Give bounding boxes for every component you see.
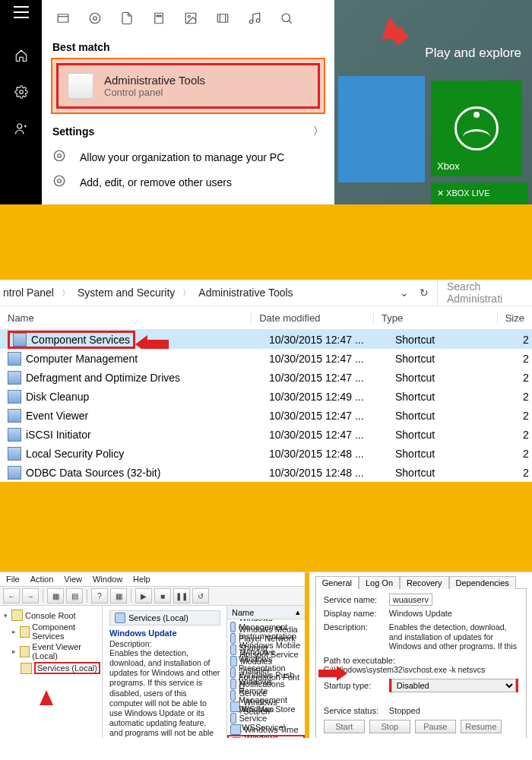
tree-root[interactable]: ▾Console Root: [2, 609, 100, 622]
file-list: Component Services10/30/2015 12:47 ...Sh…: [0, 330, 532, 482]
settings-gear-icon[interactable]: [14, 85, 28, 99]
red-arrow-annotation: [372, 15, 410, 53]
stop-button[interactable]: Stop: [369, 720, 410, 733]
service-row[interactable]: Windows Store Service (WSService): [227, 712, 305, 724]
filter-apps-icon[interactable]: [55, 11, 71, 26]
pause-button[interactable]: Pause: [415, 720, 456, 733]
start-params-note: You can specify the start parameters tha…: [324, 736, 518, 738]
list-header[interactable]: Name▴: [227, 606, 305, 619]
xbox-label: Xbox: [437, 160, 460, 172]
menu-file[interactable]: File: [6, 575, 20, 584]
tab-recovery[interactable]: Recovery: [400, 576, 448, 589]
file-row[interactable]: Component Services10/30/2015 12:47 ...Sh…: [0, 330, 532, 349]
col-date[interactable]: Date modified: [251, 312, 373, 324]
play-button[interactable]: ▶: [135, 588, 152, 603]
service-name-value[interactable]: wuauserv: [389, 594, 432, 606]
start-button[interactable]: Start: [324, 720, 365, 733]
file-row[interactable]: iSCSI Initiator10/30/2015 12:47 ...Short…: [0, 425, 532, 444]
xbox-tile[interactable]: Xbox: [431, 81, 522, 176]
filter-documents-icon[interactable]: [119, 11, 135, 26]
left-rail: [0, 0, 42, 204]
services-pane: Services (Local) Windows Update Descript…: [103, 606, 305, 738]
xbox-live-tile[interactable]: ✕ XBOX LIVE: [431, 182, 528, 204]
breadcrumb-item[interactable]: ntrol Panel: [0, 287, 57, 299]
menu-help[interactable]: Help: [133, 575, 150, 584]
file-row[interactable]: Defragment and Optimize Drives10/30/2015…: [0, 368, 532, 387]
file-row[interactable]: Local Security Policy10/30/2015 12:48 ..…: [0, 444, 532, 463]
stop-button[interactable]: ■: [154, 588, 171, 603]
svg-point-14: [54, 150, 65, 161]
up-button[interactable]: ▦: [47, 588, 64, 603]
filter-settings-icon[interactable]: [87, 11, 103, 26]
red-arrow-annotation: [318, 670, 337, 677]
breadcrumb-item[interactable]: System and Security: [74, 287, 178, 299]
tree-node[interactable]: ▸Component Services: [2, 622, 100, 641]
search-input[interactable]: Search Administrati: [437, 280, 529, 306]
menu-view[interactable]: View: [64, 575, 82, 584]
red-arrow-annotation: [40, 690, 53, 705]
mmc-window: File Action View Window Help ← → ▦ ▤ ? ▦…: [0, 572, 305, 738]
services-list: Name▴ Windows Management Instrumentation…: [226, 606, 305, 738]
props-button[interactable]: ▤: [66, 588, 83, 603]
sort-icon: ▴: [296, 607, 300, 617]
home-icon[interactable]: [14, 49, 28, 62]
back-button[interactable]: ←: [3, 588, 20, 603]
service-icon: [230, 713, 236, 724]
menu-window[interactable]: Window: [93, 575, 122, 584]
svg-point-10: [249, 20, 253, 24]
explorer-window: ntrol Panel 〉 System and Security 〉 Admi…: [0, 280, 532, 482]
hamburger-icon[interactable]: [14, 6, 29, 18]
settings-label: Settings: [52, 125, 94, 138]
filter-music-icon[interactable]: [247, 11, 262, 26]
best-match-header: Best match: [42, 36, 334, 56]
svg-rect-9: [217, 14, 228, 23]
service-icon: [232, 737, 242, 739]
tab-general[interactable]: General: [315, 576, 359, 589]
result-title: Administrative Tools: [104, 74, 205, 87]
file-row[interactable]: Disk Cleanup10/30/2015 12:49 ...Shortcut…: [0, 387, 532, 406]
settings-section[interactable]: Settings 〉: [42, 119, 334, 144]
svg-point-4: [90, 13, 100, 24]
col-type[interactable]: Type: [373, 312, 497, 324]
service-row[interactable]: Windows Update: [227, 735, 305, 738]
restart-button[interactable]: ↺: [192, 588, 209, 603]
menu-action[interactable]: Action: [30, 575, 54, 584]
general-tab-panel: Service name:wuauserv Display name:Windo…: [315, 588, 527, 738]
col-size[interactable]: Size: [497, 312, 532, 324]
search-results-panel: Best match Administrative Tools Control …: [42, 0, 334, 204]
refresh-icon[interactable]: ↻: [417, 286, 431, 299]
tree-node-services[interactable]: Services (Local): [2, 661, 100, 675]
filter-videos-icon[interactable]: [215, 11, 230, 26]
display-name-label: Display name:: [324, 609, 389, 618]
svg-point-3: [93, 17, 97, 21]
col-name[interactable]: Name: [0, 312, 251, 324]
best-match-result[interactable]: Administrative Tools Control panel: [56, 63, 320, 109]
resume-button[interactable]: Resume: [461, 720, 502, 733]
chevron-right-icon: 〉: [313, 125, 324, 138]
services-local-header: Services (Local): [109, 610, 220, 625]
startup-type-select[interactable]: Disabled: [391, 679, 516, 692]
best-match-highlight: Administrative Tools Control panel: [51, 58, 325, 114]
tree-node[interactable]: ▸Event Viewer (Local): [2, 641, 100, 661]
file-row[interactable]: Event Viewer10/30/2015 12:47 ...Shortcut…: [0, 406, 532, 425]
filter-folders-icon[interactable]: [151, 11, 166, 26]
settings-item[interactable]: Add, edit, or remove other users: [42, 169, 334, 195]
file-row[interactable]: ODBC Data Sources (32-bit)10/30/2015 12:…: [0, 463, 532, 482]
forward-button[interactable]: →: [22, 588, 39, 603]
live-tile-blue[interactable]: [338, 76, 425, 182]
feedback-icon[interactable]: [14, 122, 28, 135]
tab-dependencies[interactable]: Dependencies: [449, 576, 516, 589]
refresh-button[interactable]: ▦: [110, 588, 127, 603]
help-button[interactable]: ?: [91, 588, 108, 603]
yellow-divider: [0, 482, 532, 572]
pause-button[interactable]: ❚❚: [173, 588, 190, 603]
tab-logon[interactable]: Log On: [359, 576, 400, 589]
search-icon[interactable]: [279, 11, 294, 26]
dropdown-icon[interactable]: ⌄: [397, 286, 411, 299]
file-row[interactable]: Computer Management10/30/2015 12:47 ...S…: [0, 349, 532, 368]
settings-item[interactable]: Allow your organization to manage your P…: [42, 144, 334, 169]
service-name-label: Service name:: [324, 595, 389, 604]
filter-photos-icon[interactable]: [183, 11, 198, 26]
settings-item-label: Add, edit, or remove other users: [80, 176, 232, 188]
breadcrumb-item[interactable]: Administrative Tools: [195, 287, 296, 299]
